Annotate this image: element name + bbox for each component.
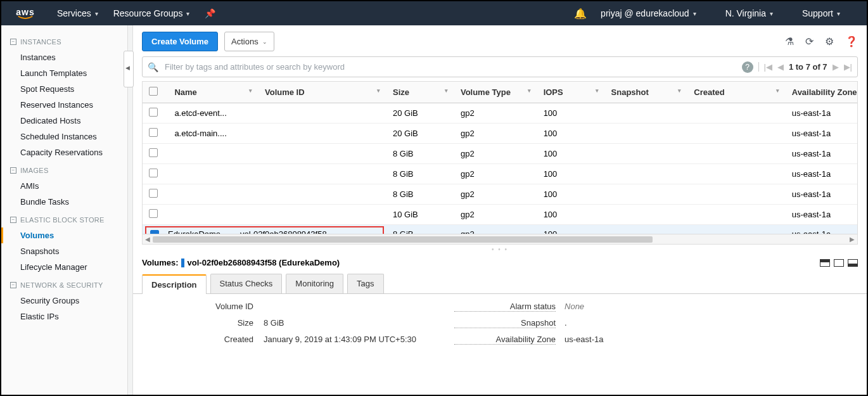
row-checkbox[interactable] <box>149 209 158 218</box>
collapse-icon: − <box>10 39 16 45</box>
sidebar-splitter[interactable] <box>128 25 133 395</box>
aws-logo[interactable]: aws <box>13 7 38 20</box>
resource-groups-menu[interactable]: Resource Groups▾ <box>113 8 190 18</box>
sidebar-group-head[interactable]: −Network & Security <box>10 281 127 289</box>
sidebar-item-capacity-reservations[interactable]: Capacity Reservations <box>11 144 127 160</box>
sidebar-item-elastic-ips[interactable]: Elastic IPs <box>11 309 127 324</box>
region-menu[interactable]: N. Virginia▾ <box>725 8 773 18</box>
layout-bottom-icon[interactable] <box>848 259 858 267</box>
caret-down-icon: ▾ <box>693 10 696 17</box>
refresh-icon[interactable]: ⟳ <box>805 35 814 48</box>
row-checkbox[interactable] <box>149 189 158 198</box>
detail-value: None <box>565 302 603 312</box>
select-all-checkbox[interactable] <box>149 87 158 96</box>
detail-value: January 9, 2019 at 1:43:09 PM UTC+5:30 <box>264 335 416 345</box>
sort-icon[interactable]: ▾ <box>445 87 448 94</box>
services-menu[interactable]: Services▾ <box>57 8 98 18</box>
layout-split-icon[interactable] <box>834 259 844 267</box>
notifications-icon[interactable]: 🔔 <box>574 8 587 20</box>
create-volume-button[interactable]: Create Volume <box>142 32 218 51</box>
row-checkbox[interactable] <box>150 230 159 235</box>
collapse-icon: − <box>10 217 16 223</box>
sidebar-item-scheduled-instances[interactable]: Scheduled Instances <box>11 129 127 144</box>
table-row[interactable]: EdurekaDemovol-02f0eb26808943f588 GiBgp2… <box>143 225 858 235</box>
tab-monitoring[interactable]: Monitoring <box>286 274 343 293</box>
sidebar-item-dedicated-hosts[interactable]: Dedicated Hosts <box>11 113 127 129</box>
actions-button[interactable]: Actions⌄ <box>224 32 274 51</box>
sidebar-item-volumes[interactable]: Volumes <box>1 227 127 243</box>
detail-value: 8 GiB <box>264 318 416 328</box>
help-icon[interactable]: ❓ <box>845 35 858 48</box>
col-name[interactable]: Name▾ <box>168 82 258 103</box>
volumes-table-wrap: Name▾Volume ID▾Size▾Volume Type▾IOPS▾Sna… <box>142 81 858 234</box>
sort-icon[interactable]: ▾ <box>377 87 380 94</box>
panel-resize-handle[interactable]: • • • <box>133 245 867 254</box>
sidebar-group-head[interactable]: −Elastic Block Store <box>10 216 127 224</box>
col-availability-zone[interactable]: Availability Zone▾ <box>786 82 858 103</box>
horizontal-scrollbar[interactable]: ◀ ▶ <box>142 234 858 245</box>
search-icon: 🔍 <box>148 62 158 72</box>
sidebar-item-lifecycle-manager[interactable]: Lifecycle Manager <box>11 259 127 275</box>
row-checkbox[interactable] <box>149 128 158 137</box>
detail-key: Volume ID <box>158 302 253 312</box>
filter-bar: 🔍 ? |◀ ◀ 1 to 7 of 7 ▶ ▶| <box>142 56 858 77</box>
col-volume-type[interactable]: Volume Type▾ <box>454 82 537 103</box>
sidebar-item-amis[interactable]: AMIs <box>11 178 127 194</box>
sort-icon[interactable]: ▾ <box>678 87 681 94</box>
sort-icon[interactable]: ▾ <box>249 87 252 94</box>
table-row[interactable]: 8 GiBgp2100us-east-1aavailable <box>143 164 858 184</box>
col-created[interactable]: Created▾ <box>687 82 785 103</box>
tab-description[interactable]: Description <box>142 274 207 294</box>
detail-key: Size <box>158 318 253 328</box>
sidebar-item-launch-templates[interactable]: Launch Templates <box>11 65 127 81</box>
row-checkbox[interactable] <box>149 148 158 157</box>
row-checkbox[interactable] <box>149 169 158 177</box>
pin-icon[interactable]: 📌 <box>205 8 215 18</box>
sidebar-item-reserved-instances[interactable]: Reserved Instances <box>11 97 127 113</box>
tab-tags[interactable]: Tags <box>347 274 383 293</box>
search-input[interactable] <box>163 60 737 74</box>
col-size[interactable]: Size▾ <box>386 82 454 103</box>
sort-icon[interactable]: ▾ <box>528 87 531 94</box>
col-snapshot[interactable]: Snapshot▾ <box>605 82 688 103</box>
global-nav: aws Services▾ Resource Groups▾ 📌 🔔 priya… <box>1 1 867 25</box>
page-last-icon[interactable]: ▶| <box>844 62 852 72</box>
sidebar-item-bundle-tasks[interactable]: Bundle Tasks <box>11 194 127 210</box>
page-prev-icon[interactable]: ◀ <box>777 62 784 72</box>
col-volume-id[interactable]: Volume ID▾ <box>258 82 386 103</box>
services-label: Services <box>57 8 91 18</box>
settings-icon[interactable]: ⚙ <box>825 35 834 48</box>
detail-title: vol-02f0eb26808943f58 (EdurekaDemo) <box>188 258 340 267</box>
sidebar-item-instances[interactable]: Instances <box>11 49 127 65</box>
page-next-icon[interactable]: ▶ <box>833 62 839 72</box>
caret-down-icon: ▾ <box>837 10 840 17</box>
table-row[interactable]: 8 GiBgp2100us-east-1aavailable <box>143 144 858 164</box>
labs-icon[interactable]: ⚗ <box>785 35 794 48</box>
col-iops[interactable]: IOPS▾ <box>537 82 605 103</box>
row-checkbox[interactable] <box>149 108 158 117</box>
caret-down-icon: ▾ <box>770 10 773 17</box>
sidebar-item-spot-requests[interactable]: Spot Requests <box>11 81 127 97</box>
account-menu[interactable]: priyaj @ edurekacloud▾ <box>601 8 696 18</box>
table-row[interactable]: a.etcd-event...20 GiBgp2100us-east-1aava… <box>143 103 858 124</box>
table-row[interactable]: a.etcd-main....20 GiBgp2100us-east-1aava… <box>143 124 858 144</box>
sidebar-group-head[interactable]: −Images <box>10 167 127 174</box>
sort-icon[interactable]: ▾ <box>776 87 779 94</box>
filter-help-icon[interactable]: ? <box>742 61 753 73</box>
tab-status-checks[interactable]: Status Checks <box>210 274 283 293</box>
sidebar-item-snapshots[interactable]: Snapshots <box>11 243 127 259</box>
table-row[interactable]: 8 GiBgp2100us-east-1aavailable <box>143 184 858 205</box>
support-menu[interactable]: Support▾ <box>802 8 840 18</box>
volumes-table: Name▾Volume ID▾Size▾Volume Type▾IOPS▾Sna… <box>143 82 858 234</box>
table-row[interactable]: 10 GiBgp2100us-east-1aavailable <box>143 205 858 225</box>
detail-key: Alarm status <box>454 302 556 312</box>
layout-stack-icon[interactable] <box>820 259 830 267</box>
sidebar-group-head[interactable]: −Instances <box>10 38 127 46</box>
sidebar-item-security-groups[interactable]: Security Groups <box>11 293 127 309</box>
main-panel: Create Volume Actions⌄ ⚗ ⟳ ⚙ ❓ 🔍 ? |◀ ◀ … <box>133 25 867 395</box>
detail-key: Created <box>158 335 253 345</box>
page-first-icon[interactable]: |◀ <box>764 62 772 72</box>
sidebar: −InstancesInstancesLaunch TemplatesSpot … <box>1 25 128 395</box>
sort-icon[interactable]: ▾ <box>596 87 599 94</box>
layout-toggle[interactable] <box>820 259 858 267</box>
